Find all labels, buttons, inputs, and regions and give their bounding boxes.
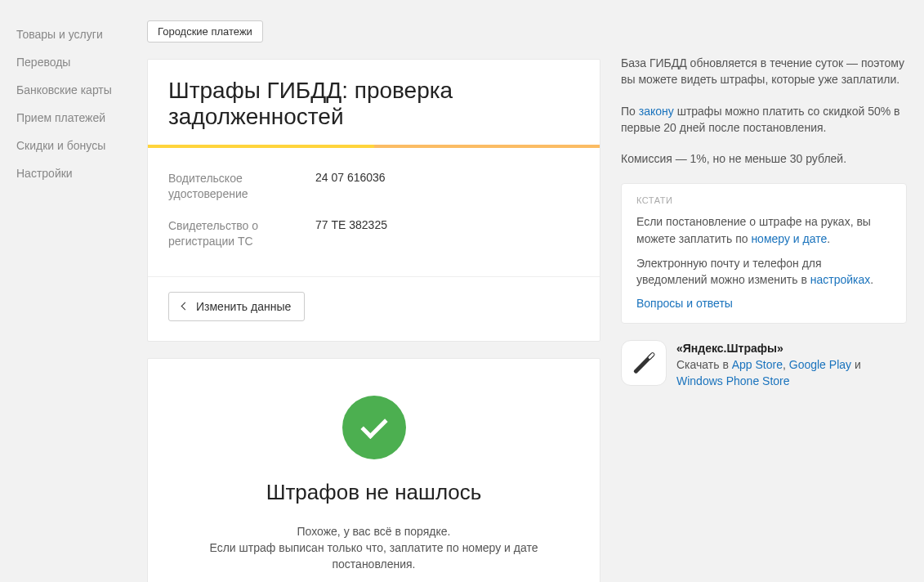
sidebar-item-settings[interactable]: Настройки xyxy=(16,159,147,187)
field-value: 24 07 616036 xyxy=(315,171,386,202)
info-commission: Комиссия — 1%, но не меньше 30 рублей. xyxy=(621,150,907,167)
sidebar-item-goods[interactable]: Товары и услуги xyxy=(16,20,147,48)
app-title: «Яндекс.Штрафы» xyxy=(676,342,783,355)
sidebar-item-payments[interactable]: Прием платежей xyxy=(16,104,147,132)
field-label: Свидетельство о регистрации ТС xyxy=(168,218,315,249)
settings-link[interactable]: настройках xyxy=(810,273,871,286)
wand-icon xyxy=(632,351,655,374)
result-card: Штрафов не нашлось Похоже, у вас всё в п… xyxy=(147,358,600,582)
main-content: Городские платежи Штрафы ГИБДД: проверка… xyxy=(147,20,600,582)
page-title: Штрафы ГИБДД: проверка задолженностей xyxy=(148,60,600,145)
result-title: Штрафов не нашлось xyxy=(168,480,579,505)
info-law: По закону штрафы можно платить со скидко… xyxy=(621,103,907,137)
change-data-label: Изменить данные xyxy=(196,300,291,313)
field-value: 77 ТЕ 382325 xyxy=(315,218,387,249)
faq-link[interactable]: Вопросы и ответы xyxy=(636,297,733,310)
tip-paragraph-1: Если постановление о штрафе на руках, вы… xyxy=(636,213,891,247)
tip-box: КСТАТИ Если постановление о штрафе на ру… xyxy=(621,183,907,323)
law-link[interactable]: закону xyxy=(639,105,674,118)
app-store-link[interactable]: App Store xyxy=(732,358,783,371)
city-payments-button[interactable]: Городские платежи xyxy=(147,20,263,43)
fines-details-card: Штрафы ГИБДД: проверка задолженностей Во… xyxy=(147,59,600,342)
info-database: База ГИБДД обновляется в течение суток —… xyxy=(621,55,907,88)
field-row-registration: Свидетельство о регистрации ТС 77 ТЕ 382… xyxy=(168,210,579,257)
app-promo: «Яндекс.Штрафы» Скачать в App Store, Goo… xyxy=(621,340,907,390)
tip-paragraph-2: Электронную почту и телефон для уведомле… xyxy=(636,255,891,289)
sidebar-item-cards[interactable]: Банковские карты xyxy=(16,76,147,104)
result-line1: Похоже, у вас всё в порядке. xyxy=(168,523,579,539)
aside: База ГИБДД обновляется в течение суток —… xyxy=(621,20,907,582)
field-label: Водительское удостоверение xyxy=(168,171,315,202)
google-play-link[interactable]: Google Play xyxy=(789,358,851,371)
result-description: Похоже, у вас всё в порядке. Если штраф … xyxy=(168,523,579,573)
tip-label: КСТАТИ xyxy=(636,195,891,205)
result-line2: Если штраф выписан только что, заплатите… xyxy=(168,539,579,573)
change-data-button[interactable]: Изменить данные xyxy=(168,292,305,321)
app-text: «Яндекс.Штрафы» Скачать в App Store, Goo… xyxy=(676,340,907,390)
progress-bar xyxy=(148,145,600,148)
app-icon xyxy=(621,340,667,386)
sidebar: Товары и услуги Переводы Банковские карт… xyxy=(16,20,147,582)
progress-segment-2 xyxy=(374,145,600,148)
sidebar-item-discounts[interactable]: Скидки и бонусы xyxy=(16,132,147,159)
field-row-license: Водительское удостоверение 24 07 616036 xyxy=(168,163,579,210)
check-mark-icon xyxy=(360,411,387,438)
check-circle-icon xyxy=(342,396,406,459)
number-date-link[interactable]: номеру и дате xyxy=(751,232,827,245)
windows-store-link[interactable]: Windows Phone Store xyxy=(676,374,790,387)
progress-segment-1 xyxy=(148,145,374,148)
chevron-left-icon xyxy=(181,302,190,311)
sidebar-item-transfers[interactable]: Переводы xyxy=(16,48,147,76)
